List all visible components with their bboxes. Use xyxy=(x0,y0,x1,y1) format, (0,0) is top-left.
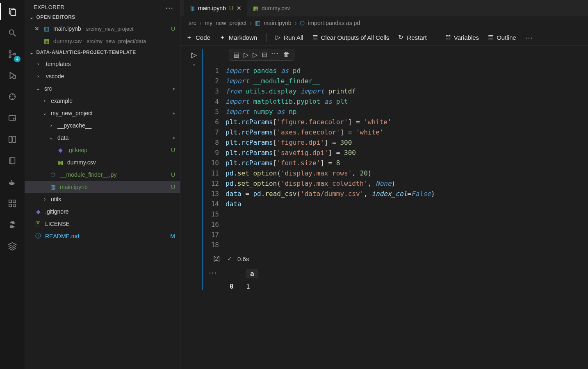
folder-src[interactable]: ⌄src● xyxy=(25,82,180,95)
folder-example[interactable]: ›example xyxy=(25,95,180,107)
panel-icon[interactable] xyxy=(6,133,19,146)
svg-rect-1 xyxy=(11,9,16,16)
variables-button[interactable]: ☷Variables xyxy=(445,34,479,41)
explorer-sidebar: EXPLORER ··· ⌄ OPEN EDITORS ✕ ▥ main.ipy… xyxy=(25,0,180,369)
code-cell: ▷ ⌄ ▤ ▷ ▷ ⊟ ··· 🗑 1234567891011121314151… xyxy=(180,46,588,290)
chevron-right-icon: › xyxy=(35,73,41,79)
execute-below-icon[interactable]: ▷ xyxy=(253,51,258,59)
svg-rect-22 xyxy=(9,204,11,207)
tab-main-ipynb[interactable]: ▥ main.ipynb U ✕ xyxy=(184,0,247,16)
open-editor-item[interactable]: ▦ dummy.csv src/my_new_project/data xyxy=(25,35,180,47)
git-status-badge: U xyxy=(168,184,175,190)
sidebar-more-icon[interactable]: ··· xyxy=(165,5,173,9)
execute-above-icon[interactable]: ▷ xyxy=(244,51,248,59)
dirty-dot-icon: ● xyxy=(172,135,175,140)
project-header[interactable]: ⌄ DATA-ANALYTICS-PROJECT-TEMPLATE xyxy=(25,48,180,57)
variables-icon: ☷ xyxy=(445,34,451,41)
output-more-icon[interactable]: ··· xyxy=(209,268,217,277)
clear-icon: ☰ xyxy=(312,34,318,41)
code-editor[interactable]: 123456789101112131415161718 import panda… xyxy=(203,63,581,253)
svg-rect-12 xyxy=(9,137,12,143)
folder-pycache[interactable]: ›__pycache__ xyxy=(25,119,180,132)
search-icon[interactable] xyxy=(6,26,19,39)
git-status-badge: M xyxy=(168,233,175,239)
activity-bar: 4 xyxy=(0,0,25,369)
info-file-icon: ⓘ xyxy=(34,232,42,240)
file-main-ipynb[interactable]: ▥main.ipynbU xyxy=(25,181,180,193)
cell-more-icon[interactable]: ··· xyxy=(271,51,279,59)
breadcrumb[interactable]: src› my_new_project› ▥ main.ipynb› ⬡ imp… xyxy=(180,16,588,30)
csv-file-icon: ▦ xyxy=(253,5,258,11)
source-control-icon[interactable]: 4 xyxy=(6,48,19,61)
grid-icon[interactable] xyxy=(6,197,19,210)
file-gitkeep[interactable]: ◆.gitkeepU xyxy=(25,144,180,156)
toolbar-more-icon[interactable]: ··· xyxy=(525,35,533,39)
close-icon[interactable]: ✕ xyxy=(237,5,242,11)
svg-point-8 xyxy=(13,76,16,79)
restart-icon: ↻ xyxy=(398,34,403,41)
svg-rect-20 xyxy=(9,200,11,203)
sidebar-header: EXPLORER ··· xyxy=(25,0,180,13)
python-file-icon: ⬡ xyxy=(300,20,305,26)
run-cell-icon[interactable]: ▷ xyxy=(191,50,197,59)
svg-point-4 xyxy=(9,50,11,52)
file-readme[interactable]: ⓘREADME.mdM xyxy=(25,230,180,242)
open-editors-header[interactable]: ⌄ OPEN EDITORS xyxy=(25,13,180,22)
execution-time: 0.6s xyxy=(237,255,249,262)
chevron-right-icon: › xyxy=(35,61,41,67)
file-gitignore[interactable]: ◆.gitignore xyxy=(25,205,180,218)
folder-utils[interactable]: ›utils xyxy=(25,193,180,205)
dirty-dot-icon: ● xyxy=(172,86,175,91)
file-dummy-csv[interactable]: ▦dummy.csv xyxy=(25,156,180,169)
python-file-icon: ⬡ xyxy=(49,171,57,178)
cell-output: ··· a 0 1 xyxy=(203,267,581,290)
dataframe-row: 0 1 xyxy=(230,278,258,290)
svg-point-6 xyxy=(14,53,16,55)
folder-my-new-project[interactable]: ⌄my_new_project● xyxy=(25,107,180,119)
svg-point-2 xyxy=(9,30,14,34)
run-by-line-icon[interactable]: ▤ xyxy=(233,51,239,59)
split-cell-icon[interactable]: ⊟ xyxy=(262,51,267,59)
chevron-down-icon: ⌄ xyxy=(35,86,41,91)
csv-file-icon: ▦ xyxy=(57,159,64,166)
outline-button[interactable]: ☰Outline xyxy=(488,34,516,41)
delete-cell-icon[interactable]: 🗑 xyxy=(283,51,290,59)
chevron-right-icon: › xyxy=(42,98,48,104)
run-all-button[interactable]: ▷Run All xyxy=(276,34,303,41)
close-icon[interactable]: ✕ xyxy=(34,25,39,32)
explorer-icon[interactable] xyxy=(6,5,19,18)
file-license[interactable]: ⚿LICENSE xyxy=(25,218,180,230)
run-debug-icon[interactable] xyxy=(6,69,19,82)
svg-rect-21 xyxy=(13,200,16,203)
open-editor-item[interactable]: ✕ ▥ main.ipynb src/my_new_project U xyxy=(25,23,180,35)
folder-templates[interactable]: ›.templates xyxy=(25,58,180,70)
folder-vscode[interactable]: ›.vscode xyxy=(25,70,180,82)
clear-outputs-button[interactable]: ☰Clear Outputs of All Cells xyxy=(312,34,390,41)
add-code-button[interactable]: ＋Code xyxy=(186,34,210,41)
add-markdown-button[interactable]: ＋Markdown xyxy=(219,34,257,41)
restart-button[interactable]: ↻Restart xyxy=(398,34,426,41)
folder-data[interactable]: ⌄data● xyxy=(25,132,180,144)
chevron-down-icon[interactable]: ⌄ xyxy=(192,61,196,67)
svg-rect-13 xyxy=(13,137,16,143)
file-module-finder[interactable]: ⬡__module_finder__.pyU xyxy=(25,169,180,181)
book-icon[interactable] xyxy=(6,154,19,167)
explorer-title: EXPLORER xyxy=(34,4,65,10)
chevron-down-icon: ⌄ xyxy=(30,14,34,20)
notebook-toolbar: ＋Code ＋Markdown ▷Run All ☰Clear Outputs … xyxy=(180,30,588,46)
dataframe-header: a xyxy=(230,269,258,278)
outline-icon: ☰ xyxy=(488,34,493,41)
docker-icon[interactable] xyxy=(6,175,19,189)
python-icon[interactable] xyxy=(6,218,19,231)
remote-icon[interactable] xyxy=(6,112,19,125)
extensions-icon[interactable] xyxy=(6,90,19,103)
csv-file-icon: ▦ xyxy=(43,38,50,44)
git-status-badge: U xyxy=(168,171,175,178)
execution-count: [2] xyxy=(203,255,222,262)
stack-icon[interactable] xyxy=(6,239,19,253)
dirty-dot-icon: ● xyxy=(172,111,175,116)
editor-area: ▥ main.ipynb U ✕ ▦ dummy.csv src› my_new… xyxy=(180,0,588,369)
license-file-icon: ⚿ xyxy=(34,221,42,227)
tab-dummy-csv[interactable]: ▦ dummy.csv xyxy=(247,0,296,16)
plus-icon: ＋ xyxy=(219,34,226,41)
